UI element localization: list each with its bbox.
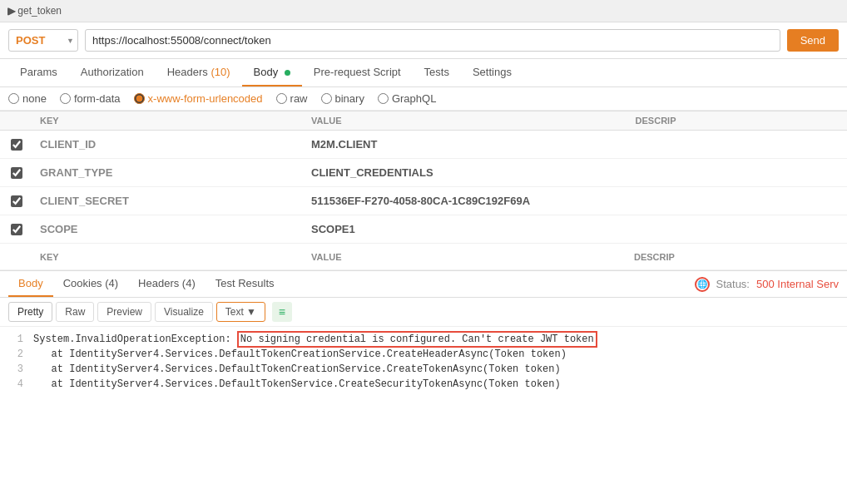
table-row: grant_type client_credentials (0, 159, 847, 187)
row4-desc (627, 225, 847, 235)
line-content-3: at IdentityServer4.Services.DefaultToken… (33, 362, 561, 377)
row3-check[interactable] (0, 195, 33, 207)
row1-desc (627, 140, 847, 150)
tab-params[interactable]: Params (8, 59, 69, 86)
request-bar: POST GET PUT DELETE Send (0, 22, 847, 59)
row2-check[interactable] (0, 167, 33, 179)
row1-key: client_id (33, 133, 305, 156)
radio-binary[interactable]: binary (321, 92, 364, 105)
text-dropdown[interactable]: Text ▼ (216, 302, 265, 322)
wrap-btn[interactable]: ≡ (272, 302, 292, 322)
line-num-4: 4 (8, 377, 23, 392)
tab-body[interactable]: Body (242, 59, 302, 86)
placeholder-row: Key Value Descrip (0, 244, 847, 270)
line-content-1: System.InvalidOperationException: No sig… (33, 332, 597, 347)
row2-value: client_credentials (305, 161, 627, 184)
preview-btn[interactable]: Preview (97, 302, 151, 322)
placeholder-value[interactable]: Value (305, 247, 627, 267)
breadcrumb: ▶ ▶ get_token (0, 0, 847, 22)
row2-key: grant_type (33, 161, 305, 184)
radio-raw[interactable]: raw (276, 92, 308, 105)
code-line-1: 1 System.InvalidOperationException: No s… (8, 332, 839, 347)
col-header-desc: DESCRIP (629, 116, 847, 126)
code-area: 1 System.InvalidOperationException: No s… (0, 327, 847, 504)
line-num-2: 2 (8, 347, 23, 362)
placeholder-key[interactable]: Key (33, 247, 305, 267)
bottom-tabs: Body Cookies (4) Headers (4) Test Result… (0, 271, 847, 298)
row4-value: scope1 (305, 218, 627, 240)
tab-tests[interactable]: Tests (413, 59, 461, 86)
text-dropdown-label: Text (225, 306, 244, 318)
row3-key: client_secret (33, 190, 305, 212)
row4-check[interactable] (0, 224, 33, 235)
bottom-tab-cookies[interactable]: Cookies (4) (53, 271, 128, 297)
method-wrapper[interactable]: POST GET PUT DELETE (8, 29, 78, 52)
response-bar: Pretty Raw Preview Visualize Text ▼ ≡ (0, 298, 847, 327)
visualize-btn[interactable]: Visualize (155, 302, 213, 322)
row1-value: m2m.client (305, 133, 627, 156)
chevron-down-icon: ▼ (246, 306, 256, 318)
row3-value: 511536EF-F270-4058-80CA-1C89C192F69A (305, 190, 627, 212)
code-line-2: 2 at IdentityServer4.Services.DefaultTok… (8, 347, 839, 362)
line-num-3: 3 (8, 362, 23, 377)
tab-settings[interactable]: Settings (461, 59, 523, 86)
send-button[interactable]: Send (787, 29, 839, 52)
tab-prerequest[interactable]: Pre-request Script (302, 59, 413, 86)
col-header-value: VALUE (305, 116, 629, 126)
table-header: KEY VALUE DESCRIP (0, 111, 847, 131)
body-options: none form-data x-www-form-urlencoded raw… (0, 87, 847, 111)
raw-btn[interactable]: Raw (56, 302, 94, 322)
bottom-tabs-right: 🌐 Status: 500 Internal Serv (695, 277, 839, 292)
url-input[interactable] (85, 29, 780, 52)
row2-desc (627, 168, 847, 178)
radio-urlencoded[interactable]: x-www-form-urlencoded (134, 92, 263, 105)
method-select[interactable]: POST GET PUT DELETE (8, 29, 78, 52)
table-row: client_secret 511536EF-F270-4058-80CA-1C… (0, 187, 847, 215)
radio-graphql[interactable]: GraphQL (378, 92, 436, 105)
tabs-row: Params Authorization Headers (10) Body P… (0, 59, 847, 87)
line-content-2: at IdentityServer4.Services.DefaultToken… (33, 347, 567, 362)
pretty-btn[interactable]: Pretty (8, 302, 52, 322)
bottom-tabs-left: Body Cookies (4) Headers (4) Test Result… (8, 271, 285, 297)
line-num-1: 1 (8, 332, 23, 347)
row1-check[interactable] (0, 139, 33, 151)
table-row: Scope scope1 (0, 215, 847, 244)
body-dot (285, 70, 290, 76)
placeholder-desc: Descrip (627, 247, 847, 267)
params-table: KEY VALUE DESCRIP client_id m2m.client g… (0, 111, 847, 271)
line-content-4: at IdentityServer4.Services.DefaultToken… (33, 377, 561, 392)
row3-desc (627, 196, 847, 206)
bottom-tab-test-results[interactable]: Test Results (206, 271, 285, 297)
row4-key: Scope (33, 218, 305, 240)
radio-form-data[interactable]: form-data (60, 92, 121, 105)
tab-headers[interactable]: Headers (10) (156, 59, 242, 86)
col-header-key: KEY (33, 116, 305, 126)
globe-icon: 🌐 (695, 277, 710, 292)
bottom-tab-headers[interactable]: Headers (4) (128, 271, 206, 297)
tab-authorization[interactable]: Authorization (69, 59, 156, 86)
status-value: 500 Internal Serv (756, 278, 839, 290)
code-line-4: 4 at IdentityServer4.Services.DefaultTok… (8, 377, 839, 392)
table-row: client_id m2m.client (0, 131, 847, 159)
highlight-error: No signing credential is configured. Can… (237, 331, 597, 348)
radio-none[interactable]: none (8, 92, 47, 105)
status-label: Status: (716, 278, 750, 290)
code-line-3: 3 at IdentityServer4.Services.DefaultTok… (8, 362, 839, 377)
breadcrumb-label: ▶ get_token (7, 5, 62, 17)
bottom-tab-body[interactable]: Body (8, 271, 53, 297)
